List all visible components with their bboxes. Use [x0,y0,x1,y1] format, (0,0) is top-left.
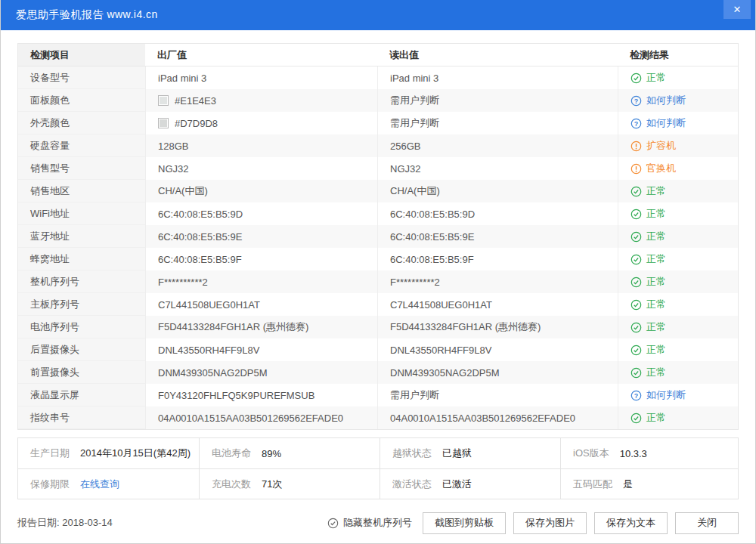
status-badge[interactable]: ?如何判断 [631,94,686,107]
status-cell: ?如何判断 [618,89,738,112]
footer-buttons: 截图到剪贴板保存为图片保存为文本关闭 [423,512,739,534]
status-ok-icon [631,345,642,356]
footer-actions: 隐藏整机序列号 截图到剪贴板保存为图片保存为文本关闭 [327,512,739,534]
summary-value: 是 [623,478,633,491]
close-button[interactable]: ✕ [723,0,751,19]
summary-cell: 充电次数71次 [199,469,380,499]
report-date: 报告日期: 2018-03-14 [17,516,113,530]
summary-label: 激活状态 [392,478,432,491]
factory-value: iPad mini 3 [145,66,377,89]
status-badge[interactable]: ?如何判断 [631,116,686,130]
factory-value: 04A0010A1515AA03B501269562EFADE0 [145,406,377,429]
app-title: 爱思助手验机报告 www.i4.cn [1,8,158,22]
status-ok-icon [631,299,642,311]
item-label: 销售地区 [18,180,145,202]
status-cell: 正常 [618,180,738,202]
save-as-text-button[interactable]: 保存为文本 [594,512,668,534]
svg-text:?: ? [634,97,638,104]
read-value: DNL43550RH4FF9L8V [377,338,618,361]
close-report-button[interactable]: 关闭 [675,512,739,534]
column-header-item: 检测项目 [18,44,145,66]
status-ok-icon [631,254,642,265]
status-label: 如何判断 [646,94,686,107]
status-badge: 扩容机 [631,139,676,153]
report-table: 检测项目 出厂值 读出值 检测结果 设备型号iPad mini 3iPad mi… [17,43,739,430]
factory-value: F0Y43120FHLFQ5K9PUREFMSUB [145,384,377,406]
copy-screenshot-button[interactable]: 截图到剪贴板 [423,512,506,534]
table-row: 前置摄像头DNM439305NAG2DP5MDNM439305NAG2DP5M正… [18,361,738,384]
status-cell: ?如何判断 [618,112,738,134]
status-badge: 正常 [631,230,666,243]
summary-value: 71次 [262,478,282,491]
summary-label: 五码匹配 [573,478,612,491]
item-label: 整机序列号 [18,270,145,293]
summary-cell: 生产日期2014年10月15日(第42周) [18,438,199,468]
factory-value: 128GB [145,134,377,157]
status-cell: 正常 [618,406,738,429]
table-row: 设备型号iPad mini 3iPad mini 3正常 [18,66,738,89]
table-row: 销售型号NGJ32NGJ32官换机 [18,157,738,180]
warranty-online-link[interactable]: 在线查询 [80,478,119,491]
status-label: 正常 [646,230,666,243]
report-window: 爱思助手验机报告 www.i4.cn ✕ 检测项目 出厂值 读出值 检测结果 设… [0,0,756,544]
summary-panel: 生产日期2014年10月15日(第42周)电池寿命89%越狱状态已越狱iOS版本… [17,437,739,499]
hide-serial-toggle[interactable]: 隐藏整机序列号 [327,516,412,530]
summary-value: 已越狱 [442,447,472,460]
table-row: 面板颜色#E1E4E3需用户判断?如何判断 [18,89,738,112]
report-date-label: 报告日期: [17,517,60,528]
check-circle-icon [327,518,339,529]
status-badge: 正常 [631,298,666,311]
read-value: 6C:40:08:E5:B5:9D [377,202,618,225]
read-value: DNM439305NAG2DP5M [377,361,618,384]
status-ok-icon [631,277,642,288]
save-as-image-button[interactable]: 保存为图片 [513,512,587,534]
status-warn-icon [631,141,642,152]
status-label: 正常 [646,343,666,357]
factory-value: CH/A(中国) [145,180,377,202]
status-cell: 正常 [618,270,738,293]
status-ok-icon [631,186,642,197]
item-label: 硬盘容量 [18,134,145,157]
factory-value: 6C:40:08:E5:B5:9D [145,202,377,225]
table-row: 指纹串号04A0010A1515AA03B501269562EFADE004A0… [18,406,738,429]
status-ok-icon [631,209,642,220]
factory-value: NGJ32 [145,157,377,180]
factory-value: 6C:40:08:E5:B5:9F [145,248,377,270]
status-cell: 正常 [618,338,738,361]
summary-value: 2014年10月15日(第42周) [80,447,191,460]
summary-label: 生产日期 [30,447,70,460]
table-row: 液晶显示屏F0Y43120FHLFQ5K9PUREFMSUB需用户判断?如何判断 [18,384,738,406]
factory-value: #D7D9D8 [145,112,377,134]
item-label: 销售型号 [18,157,145,180]
read-value: 需用户判断 [377,89,618,112]
summary-label: 越狱状态 [392,447,432,460]
status-ok-icon [631,73,642,84]
item-label: 后置摄像头 [18,338,145,361]
status-badge: 正常 [631,411,666,425]
item-label: 液晶显示屏 [18,384,145,406]
read-value: 256GB [377,134,618,157]
close-icon: ✕ [733,4,742,15]
status-help-icon: ? [631,118,642,129]
svg-text:?: ? [634,391,638,399]
column-header-read: 读出值 [377,44,618,66]
summary-label: iOS版本 [573,447,609,460]
summary-cell: 五码匹配是 [560,469,738,499]
summary-value: 89% [262,448,281,459]
status-badge[interactable]: ?如何判断 [631,388,686,402]
status-cell: 正常 [618,66,738,89]
status-cell: 正常 [618,293,738,316]
status-label: 正常 [646,71,666,85]
read-value: 6C:40:08:E5:B5:9E [377,225,618,248]
status-label: 官换机 [646,162,676,175]
table-row: 蜂窝地址6C:40:08:E5:B5:9F6C:40:08:E5:B5:9F正常 [18,248,738,270]
factory-value: C7L441508UEG0H1AT [145,293,377,316]
column-header-result: 检测结果 [618,44,738,66]
read-value: 04A0010A1515AA03B501269562EFADE0 [377,406,618,429]
status-label: 正常 [646,320,666,334]
status-badge: 正常 [631,252,666,266]
read-value: 需用户判断 [377,384,618,406]
table-header-row: 检测项目 出厂值 读出值 检测结果 [18,44,738,66]
summary-label: 充电次数 [212,478,251,491]
status-badge: 正常 [631,184,666,198]
